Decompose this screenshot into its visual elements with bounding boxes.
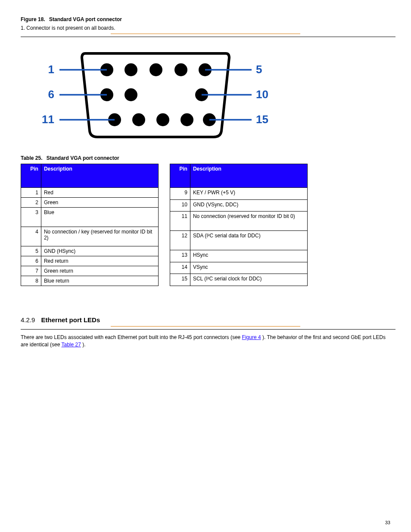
- body-a: There are two LEDs associated with each …: [21, 334, 242, 340]
- svg-point-3: [174, 63, 187, 76]
- figure18-meta: Figure 18. Standard VGA port connector: [21, 16, 390, 22]
- cell-desc: KEY / PWR (+5 V): [190, 188, 307, 200]
- orange-rule-2: [111, 326, 300, 327]
- cell-desc: Red: [41, 188, 158, 198]
- cell-pin: 15: [170, 274, 190, 286]
- table-row: 9KEY / PWR (+5 V): [170, 188, 308, 200]
- table-row: 4No connection / key (reserved for monit…: [21, 227, 159, 246]
- black-rule-1: [21, 37, 395, 37]
- cell-desc: Green return: [41, 266, 158, 276]
- th-desc-right: Description: [190, 164, 307, 188]
- th-pin-right: Pin: [170, 164, 190, 188]
- cell-pin: 1: [21, 188, 41, 198]
- cell-desc: HSync: [190, 250, 307, 262]
- pin-label-10: 10: [256, 88, 268, 101]
- table-row: 7Green return: [21, 266, 159, 276]
- black-rule-2: [21, 329, 395, 330]
- figure18-note-marker: 1.: [21, 25, 25, 31]
- cell-desc: GND (VSync, DDC): [190, 199, 307, 212]
- pin-table-right: Pin Description 9KEY / PWR (+5 V)10GND (…: [170, 164, 308, 286]
- section-heading: 4.2.9 Ethernet port LEDs: [21, 316, 390, 324]
- cell-pin: 5: [21, 246, 41, 256]
- cell-desc: Blue return: [41, 276, 158, 286]
- cell-desc: SCL (I²C serial clock for DDC): [190, 274, 307, 286]
- svg-point-1: [125, 63, 137, 76]
- section-title: Ethernet port LEDs: [41, 316, 100, 324]
- cell-pin: 14: [170, 262, 190, 274]
- figure18-note-text: Connector is not present on all boards.: [26, 25, 115, 31]
- cell-pin: 8: [21, 276, 41, 286]
- orange-rule-top: [111, 34, 300, 34]
- table-row: 13HSync: [170, 250, 308, 262]
- cell-pin: 12: [170, 231, 190, 250]
- svg-point-2: [149, 63, 162, 76]
- svg-point-10: [156, 113, 169, 126]
- table25-label: Standard VGA port connector: [47, 155, 119, 161]
- cell-desc: Blue: [41, 208, 158, 227]
- table-row: 8Blue return: [21, 276, 159, 286]
- table-row: 6Red return: [21, 256, 159, 266]
- table-row: 1Red: [21, 188, 159, 198]
- svg-point-9: [132, 113, 145, 126]
- cell-pin: 2: [21, 198, 41, 208]
- table-row: 11No connection (reserved for monitor ID…: [170, 212, 308, 231]
- cell-pin: 10: [170, 199, 190, 212]
- pin-label-11: 11: [42, 113, 54, 126]
- cell-desc: No connection / key (reserved for monito…: [41, 227, 158, 246]
- section-body: There are two LEDs associated with each …: [21, 334, 390, 349]
- cell-desc: Red return: [41, 256, 158, 266]
- figure18-number: Figure 18.: [21, 16, 45, 22]
- section-number: 4.2.9: [21, 316, 35, 324]
- cell-desc: SDA (I²C serial data for DDC): [190, 231, 307, 250]
- svg-point-11: [181, 113, 193, 126]
- table25-meta: Table 25. Standard VGA port connector: [21, 155, 390, 161]
- cell-pin: 7: [21, 266, 41, 276]
- cell-pin: 13: [170, 250, 190, 262]
- svg-point-6: [125, 88, 137, 101]
- cell-pin: 6: [21, 256, 41, 266]
- cell-pin: 11: [170, 212, 190, 231]
- pin-label-15: 15: [256, 113, 268, 126]
- pin-tables: Pin Description 1Red2Green3Blue4No conne…: [21, 164, 390, 286]
- link-table27[interactable]: Table 27: [62, 342, 81, 348]
- table-row: 15SCL (I²C serial clock for DDC): [170, 274, 308, 286]
- cell-pin: 3: [21, 208, 41, 227]
- table-row: 10GND (VSync, DDC): [170, 199, 308, 212]
- cell-pin: 4: [21, 227, 41, 246]
- pin-label-5: 5: [256, 63, 262, 76]
- cell-desc: VSync: [190, 262, 307, 274]
- pin-table-left: Pin Description 1Red2Green3Blue4No conne…: [21, 164, 159, 286]
- table25-number: Table 25.: [21, 155, 42, 161]
- th-pin-left: Pin: [21, 164, 41, 188]
- table-row: 12SDA (I²C serial data for DDC): [170, 231, 308, 250]
- link-figure4[interactable]: Figure 4: [242, 334, 261, 340]
- th-desc-left: Description: [41, 164, 158, 188]
- pin-label-1: 1: [48, 63, 54, 76]
- table-row: 5GND (HSync): [21, 246, 159, 256]
- figure18-label: Standard VGA port connector: [49, 16, 122, 22]
- figure18-footnote: 1. Connector is not present on all board…: [21, 25, 390, 31]
- cell-desc: GND (HSync): [41, 246, 158, 256]
- body-c: ).: [82, 342, 85, 348]
- cell-pin: 9: [170, 188, 190, 200]
- cell-desc: No connection (reserved for monitor ID b…: [190, 212, 307, 231]
- table-row: 14VSync: [170, 262, 308, 274]
- cell-desc: Green: [41, 198, 158, 208]
- pin-label-6: 6: [48, 88, 54, 101]
- vga-connector-diagram: 1 6 11 5 10 15: [34, 45, 292, 144]
- table-row: 2Green: [21, 198, 159, 208]
- table-row: 3Blue: [21, 208, 159, 227]
- page-number: 33: [385, 520, 390, 525]
